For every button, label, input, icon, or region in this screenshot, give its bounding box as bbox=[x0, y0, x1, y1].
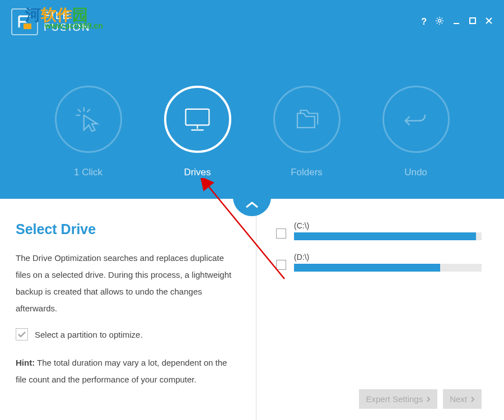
maximize-button[interactable] bbox=[469, 17, 477, 27]
step-drives[interactable]: Drives bbox=[164, 86, 231, 178]
close-button[interactable] bbox=[485, 17, 493, 27]
info-panel: Select Drive The Drive Optimization sear… bbox=[0, 199, 256, 420]
drive-usage-bar bbox=[294, 232, 482, 240]
drive-checkbox-d[interactable] bbox=[276, 260, 286, 270]
checkmark-icon bbox=[16, 328, 28, 340]
minimize-button[interactable] bbox=[452, 17, 460, 27]
footer-buttons: Expert Settings Next bbox=[276, 389, 482, 409]
cursor-click-icon bbox=[73, 104, 104, 135]
instruction-row: Select a partition to optimize. bbox=[16, 328, 239, 340]
next-button[interactable]: Next bbox=[443, 389, 482, 409]
svg-line-9 bbox=[87, 109, 90, 112]
folders-icon bbox=[291, 104, 322, 135]
monitor-icon bbox=[182, 104, 213, 135]
window-controls: ? bbox=[421, 8, 493, 35]
step-label: Drives bbox=[164, 167, 231, 178]
panel-title: Select Drive bbox=[16, 221, 239, 237]
drive-label: (D:\) bbox=[294, 253, 482, 262]
step-label: 1 Click bbox=[55, 167, 122, 178]
undo-icon bbox=[400, 104, 431, 135]
drive-row-d: (D:\) bbox=[276, 253, 482, 272]
hint-text: Hint: The total duration may vary a lot,… bbox=[16, 354, 239, 388]
chevron-up-icon bbox=[244, 200, 260, 209]
step-label: Folders bbox=[273, 167, 340, 178]
drive-row-c: (C:\) bbox=[276, 221, 482, 240]
main-content: Select Drive The Drive Optimization sear… bbox=[0, 199, 504, 420]
drive-usage-bar bbox=[294, 264, 482, 272]
settings-button[interactable] bbox=[435, 16, 444, 27]
svg-rect-3 bbox=[470, 18, 475, 24]
nav-steps: 1 Click Drives Folders Undo bbox=[0, 86, 504, 178]
drive-checkbox-c[interactable] bbox=[276, 228, 286, 239]
chevron-right-icon bbox=[470, 396, 475, 403]
svg-line-8 bbox=[78, 109, 81, 112]
svg-point-1 bbox=[438, 20, 441, 22]
chevron-right-icon bbox=[426, 396, 431, 403]
drive-label: (C:\) bbox=[294, 221, 482, 230]
drives-panel: (C:\) (D:\) Expert Settings Next bbox=[256, 199, 504, 420]
step-undo[interactable]: Undo bbox=[382, 86, 450, 178]
help-button[interactable]: ? bbox=[421, 17, 427, 27]
watermark-url: www.pc0359.cn bbox=[45, 21, 103, 30]
instruction-label: Select a partition to optimize. bbox=[35, 330, 143, 339]
step-1click[interactable]: 1 Click bbox=[55, 86, 122, 178]
step-folders[interactable]: Folders bbox=[273, 86, 340, 178]
svg-rect-10 bbox=[186, 109, 209, 125]
expert-settings-button[interactable]: Expert Settings bbox=[359, 389, 437, 409]
step-label: Undo bbox=[382, 167, 450, 178]
panel-description: The Drive Optimization searches and repl… bbox=[16, 250, 239, 317]
